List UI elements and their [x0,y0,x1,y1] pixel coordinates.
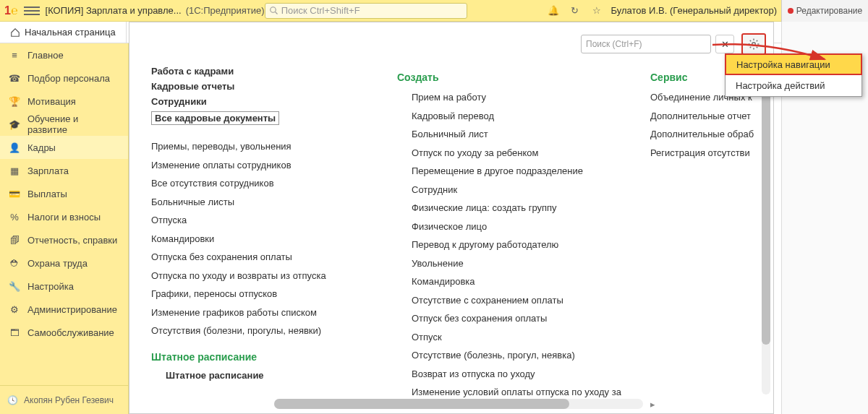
sidebar-label: Администрирование [27,304,117,315]
sidebar-label: Выплаты [27,189,67,199]
window-title: [КОПИЯ] Зарплата и управле... [46,5,182,16]
create-link[interactable]: Больничный лист [397,127,621,142]
top-bar: 1℮ [КОПИЯ] Зарплата и управле... (1С:Пре… [0,0,868,22]
section-heading-create: Создать [397,72,621,83]
bold-link[interactable]: Сотрудники [151,96,368,107]
search-placeholder: Поиск Ctrl+Shift+F [281,5,360,16]
nav-link[interactable]: Отпуска без сохранения оплаты [151,250,368,264]
sidebar-item[interactable]: 💳Выплаты [0,182,128,205]
sidebar-item[interactable]: ≡Главное [0,43,128,66]
dropdown-item-navigation[interactable]: Настройка навигации [725,53,862,75]
nav-link[interactable]: Приемы, переводы, увольнения [151,139,368,154]
section-heading[interactable]: Работа с кадрами [151,66,368,77]
clear-search-button[interactable]: ✕ [715,35,734,53]
nav-link[interactable]: Больничные листы [151,195,368,210]
sidebar-label: Главное [27,50,64,61]
dropdown-item-actions[interactable]: Настройка действий [726,74,861,96]
scroll-thumb[interactable] [762,63,770,345]
create-link[interactable]: Отпуск [397,330,621,345]
sidebar-icon: 🗔 [9,327,20,338]
create-link[interactable]: Физические лица: создать группу [397,201,621,215]
create-link[interactable]: Прием на работу [397,90,621,105]
nav-link[interactable]: Изменение оплаты сотрудников [151,158,368,173]
content-panel: Поиск (Ctrl+F) ✕ Работа с кадрами Кадров… [129,22,774,414]
service-link[interactable]: Дополнительные обраб [650,127,773,142]
nav-link[interactable]: Отпуска по уходу и возвраты из отпуска [151,269,368,283]
record-dot-icon [788,8,793,14]
horizontal-scrollbar[interactable]: ▸ [274,399,643,409]
create-link[interactable]: Возврат из отпуска по уходу [397,367,621,381]
create-link[interactable]: Командировка [397,275,621,289]
sidebar-icon: 🗐 [9,235,20,246]
nav-link[interactable]: Отсутствия (болезни, прогулы, неявки) [151,324,368,338]
bell-icon[interactable]: 🔔 [546,4,561,18]
vertical-scrollbar[interactable] [762,63,770,394]
sidebar-item[interactable]: 🎓Обучение и развитие [0,113,128,136]
settings-gear-button[interactable] [741,33,766,55]
sidebar: ≡Главное☎Подбор персонала🏆Мотивация🎓Обуч… [0,43,129,414]
sidebar-icon: 🎓 [9,119,20,130]
clock-icon: 🕓 [7,395,18,405]
service-link[interactable]: Регистрация отсутстви [650,146,773,160]
link-all-docs[interactable]: Все кадровые документы [151,111,279,125]
nav-link[interactable]: Отпуска [151,213,368,228]
sidebar-label: Мотивация [27,96,76,107]
tab-home[interactable]: Начальная страница [0,22,127,43]
content-search-input[interactable]: Поиск (Ctrl+F) [581,35,711,53]
nav-link[interactable]: Графики, переносы отпусков [151,287,368,301]
sidebar-item[interactable]: 🔧Настройка [0,275,128,298]
scroll-right-icon[interactable]: ▸ [647,399,658,409]
nav-link[interactable]: Все отсутствия сотрудников [151,176,368,191]
sidebar-footer[interactable]: 🕓 Акопян Рубен Гезевич [0,385,128,414]
history-icon[interactable]: ↻ [568,4,582,18]
main-menu-icon[interactable] [24,3,40,19]
sidebar-item[interactable]: 🗔Самообслуживание [0,321,128,344]
current-user[interactable]: Булатов И.В. (Генеральный директор) [611,5,778,16]
create-link[interactable]: Физическое лицо [397,220,621,234]
create-link[interactable]: Перевод к другому работодателю [397,238,621,252]
sidebar-icon: % [9,212,20,223]
link-staffing[interactable]: Штатное расписание [151,370,368,381]
create-link[interactable]: Отпуск по уходу за ребенком [397,146,621,160]
sidebar-item[interactable]: ☎Подбор персонала [0,66,128,90]
nav-link[interactable]: Изменение графиков работы списком [151,306,368,320]
create-link[interactable]: Отпуск без сохранения оплаты [397,311,621,326]
star-icon[interactable]: ☆ [590,4,604,18]
sidebar-label: Налоги и взносы [27,212,101,223]
global-search-input[interactable]: Поиск Ctrl+Shift+F [265,3,467,19]
sidebar-label: Настройка [27,281,74,292]
sidebar-item[interactable]: ▦Зарплата [0,159,128,182]
scroll-thumb[interactable] [274,399,569,409]
search-icon [270,7,278,15]
sidebar-item[interactable]: %Налоги и взносы [0,205,128,228]
nav-link[interactable]: Командировки [151,232,368,246]
sidebar-label: Охрана труда [27,258,88,269]
create-link[interactable]: Увольнение [397,256,621,271]
sidebar-icon: ⛑ [9,258,20,269]
create-link[interactable]: Отсутствие (болезнь, прогул, неявка) [397,348,621,363]
sidebar-item[interactable]: ⚙Администрирование [0,298,128,321]
right-panel-label: Редактирование [796,6,862,16]
sidebar-icon: ≡ [9,50,20,61]
sidebar-item[interactable]: 👤Кадры [0,136,128,159]
service-link[interactable]: Дополнительные отчет [650,109,773,124]
footer-user: Акопян Рубен Гезевич [24,395,114,405]
create-link[interactable]: Перемещение в другое подразделение [397,164,621,178]
sidebar-icon: ▦ [9,165,20,176]
bold-link[interactable]: Кадровые отчеты [151,81,368,92]
sidebar-item[interactable]: 🏆Мотивация [0,90,128,113]
sidebar-label: Кадры [27,142,56,153]
sidebar-icon: 👤 [9,142,20,153]
create-link[interactable]: Кадровый перевод [397,109,621,124]
window-subtitle: (1С:Предприятие) [186,5,265,16]
create-link[interactable]: Отсутствие с сохранением оплаты [397,293,621,308]
sidebar-icon: 🔧 [9,281,20,292]
create-link[interactable]: Изменение условий оплаты отпуска по уход… [397,385,621,399]
sidebar-item[interactable]: ⛑Охрана труда [0,251,128,275]
right-panel-header: Редактирование [781,0,868,22]
section-heading-staffing: Штатное расписание [151,351,368,363]
create-link[interactable]: Сотрудник [397,183,621,197]
sidebar-item[interactable]: 🗐Отчетность, справки [0,228,128,251]
sidebar-icon: 💳 [9,189,20,199]
sidebar-label: Обучение и развитие [27,113,119,135]
